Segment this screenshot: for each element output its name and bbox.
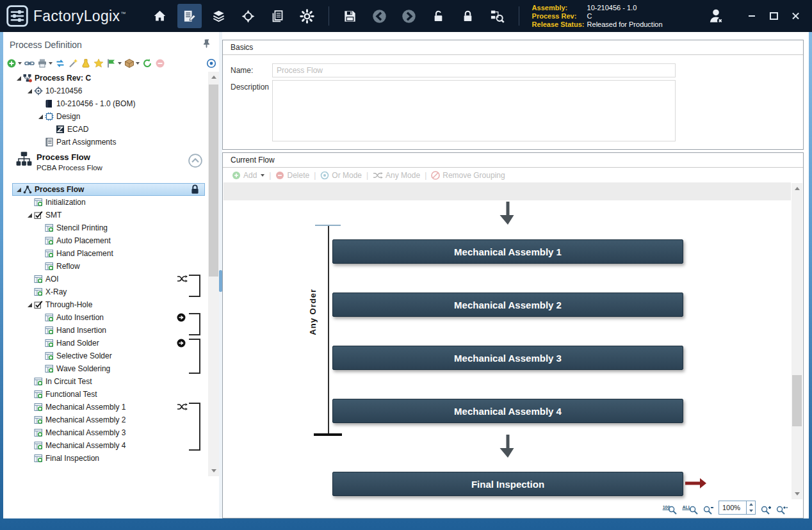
flow-step-box-mechanical-assembly-1[interactable]: Mechanical Assembly 1 bbox=[332, 239, 683, 264]
spin-down-icon[interactable] bbox=[749, 510, 753, 512]
any-mode-button[interactable]: Any Mode bbox=[373, 171, 420, 180]
scroll-down-icon[interactable] bbox=[792, 488, 802, 499]
expander-icon[interactable] bbox=[15, 188, 23, 192]
tree-item-x-ray[interactable]: X-Ray bbox=[3, 285, 207, 298]
documents-button[interactable] bbox=[266, 4, 290, 28]
delete-button[interactable]: Delete bbox=[275, 171, 309, 180]
tree-item-mechanical-assembly-2[interactable]: Mechanical Assembly 2 bbox=[3, 414, 207, 426]
process-definition-button[interactable] bbox=[177, 4, 202, 28]
expander-icon[interactable] bbox=[26, 303, 34, 307]
zoom-level-spinner[interactable]: 100% bbox=[719, 501, 756, 515]
wand-button[interactable] bbox=[68, 58, 78, 68]
dropdown-caret-icon[interactable] bbox=[118, 62, 122, 65]
tree-item-ecad[interactable]: ECAD bbox=[3, 123, 207, 136]
tree-item-10-210456-1-0-bom[interactable]: 10-210456 - 1.0 (BOM) bbox=[3, 97, 207, 110]
tree-item-smt[interactable]: SMT bbox=[3, 209, 207, 221]
description-textarea[interactable] bbox=[272, 80, 676, 141]
minimize-button[interactable] bbox=[744, 9, 759, 23]
expander-icon[interactable] bbox=[26, 89, 34, 93]
save-button[interactable] bbox=[338, 4, 362, 28]
star-button[interactable] bbox=[93, 58, 104, 68]
maximize-button[interactable] bbox=[766, 9, 781, 23]
scroll-thumb[interactable] bbox=[209, 84, 218, 277]
production-button[interactable] bbox=[207, 4, 231, 28]
remove-button[interactable] bbox=[155, 58, 165, 68]
tree-item-mechanical-assembly-3[interactable]: Mechanical Assembly 3 bbox=[3, 426, 207, 439]
scroll-up-icon[interactable] bbox=[792, 183, 802, 194]
lock-button[interactable] bbox=[456, 4, 480, 28]
tree-item-10-210456[interactable]: 10-210456 bbox=[3, 84, 207, 97]
dropdown-caret-icon[interactable] bbox=[49, 62, 53, 65]
tree-item-wave-soldering[interactable]: Wave Soldering bbox=[3, 362, 207, 375]
scroll-thumb[interactable] bbox=[792, 375, 802, 426]
refresh-button[interactable] bbox=[142, 58, 152, 68]
tree-item-reflow[interactable]: Reflow bbox=[3, 260, 207, 273]
user-logoff-icon[interactable] bbox=[707, 7, 725, 25]
tree-item-aoi[interactable]: AOI bbox=[3, 273, 207, 285]
tree-item-design[interactable]: Design bbox=[3, 110, 207, 123]
flow-step-box-final[interactable]: Final Inspection bbox=[332, 472, 683, 496]
add-button[interactable]: Add bbox=[232, 171, 264, 180]
collapse-panel-icon[interactable] bbox=[188, 154, 202, 168]
zoom-100-button[interactable]: 100 bbox=[663, 505, 678, 515]
tree-item-hand-solder[interactable]: Hand Solder bbox=[3, 337, 207, 349]
tree-item-part-assignments[interactable]: Part Assignments bbox=[3, 136, 207, 149]
scroll-up-icon[interactable] bbox=[208, 72, 219, 83]
process-flow-header[interactable]: Process Flow PCBA Process Flow bbox=[3, 150, 207, 181]
zoom-out-button[interactable] bbox=[703, 506, 713, 515]
expander-icon[interactable] bbox=[26, 213, 34, 218]
tree-item-initialization[interactable]: Initialization bbox=[3, 196, 207, 209]
expander-icon[interactable] bbox=[37, 115, 45, 119]
zoom-fit-button[interactable] bbox=[776, 506, 788, 515]
package-button[interactable] bbox=[124, 58, 140, 68]
tree-item-in-circuit-test[interactable]: In Circuit Test bbox=[3, 375, 207, 388]
tree-item-final-inspection[interactable]: Final Inspection bbox=[3, 452, 207, 465]
dispatch-button[interactable] bbox=[236, 4, 261, 28]
flow-step-box-mechanical-assembly-3[interactable]: Mechanical Assembly 3 bbox=[332, 346, 683, 370]
flask-button[interactable] bbox=[81, 58, 91, 68]
dropdown-caret-icon[interactable] bbox=[18, 62, 22, 65]
tree-item-process-flow[interactable]: Process Flow bbox=[3, 183, 207, 196]
tree-item-stencil-printing[interactable]: Stencil Printing bbox=[3, 221, 207, 234]
scroll-down-icon[interactable] bbox=[208, 465, 219, 476]
link-button[interactable] bbox=[24, 58, 35, 68]
pin-icon[interactable] bbox=[202, 38, 211, 48]
remove-grouping-button[interactable]: Remove Grouping bbox=[431, 171, 505, 180]
or-mode-button[interactable]: Or Mode bbox=[320, 171, 362, 180]
help-button[interactable] bbox=[206, 58, 216, 68]
forward-button[interactable] bbox=[397, 4, 421, 28]
tree-scrollbar[interactable] bbox=[208, 72, 219, 476]
sync-button[interactable] bbox=[55, 58, 65, 68]
print-button[interactable] bbox=[37, 58, 53, 68]
tree-item-hand-placement[interactable]: Hand Placement bbox=[3, 247, 207, 260]
audit-trail-button[interactable] bbox=[485, 4, 510, 28]
zoom-all-button[interactable]: ALL bbox=[682, 505, 698, 515]
dropdown-caret-icon[interactable] bbox=[261, 174, 264, 177]
zoom-in-button[interactable] bbox=[761, 506, 771, 515]
spin-up-icon[interactable] bbox=[749, 503, 753, 506]
tree-item-auto-placement[interactable]: Auto Placement bbox=[3, 234, 207, 247]
tree-item-mechanical-assembly-4[interactable]: Mechanical Assembly 4 bbox=[3, 439, 207, 452]
tree-item-selective-solder[interactable]: Selective Solder bbox=[3, 349, 207, 362]
expander-icon[interactable] bbox=[15, 76, 23, 81]
canvas-scrollbar[interactable] bbox=[792, 183, 802, 499]
close-button[interactable] bbox=[788, 9, 803, 23]
flow-step-box-mechanical-assembly-2[interactable]: Mechanical Assembly 2 bbox=[332, 293, 683, 317]
tree-item-mechanical-assembly-1[interactable]: Mechanical Assembly 1 bbox=[3, 401, 207, 414]
tree-item-auto-insertion[interactable]: Auto Insertion bbox=[3, 311, 207, 324]
name-input[interactable] bbox=[272, 63, 676, 77]
tree-item-functional-test[interactable]: Functional Test bbox=[3, 388, 207, 401]
tree-item-through-hole[interactable]: Through-Hole bbox=[3, 298, 207, 311]
dropdown-caret-icon[interactable] bbox=[136, 62, 140, 65]
flow-step-box-mechanical-assembly-4[interactable]: Mechanical Assembly 4 bbox=[332, 399, 683, 423]
tree-item-hand-insertion[interactable]: Hand Insertion bbox=[3, 324, 207, 337]
spinner-arrows[interactable] bbox=[746, 501, 755, 514]
add-node-button[interactable] bbox=[6, 58, 22, 68]
flag-button[interactable] bbox=[106, 58, 122, 68]
zoom-controls: 100 ALL 100% bbox=[663, 501, 788, 515]
unlock-button[interactable] bbox=[426, 4, 451, 28]
tree-item-process-rev-c[interactable]: Process Rev: C bbox=[3, 72, 207, 84]
home-button[interactable] bbox=[148, 4, 172, 28]
back-button[interactable] bbox=[368, 4, 392, 28]
settings-button[interactable] bbox=[295, 4, 320, 28]
